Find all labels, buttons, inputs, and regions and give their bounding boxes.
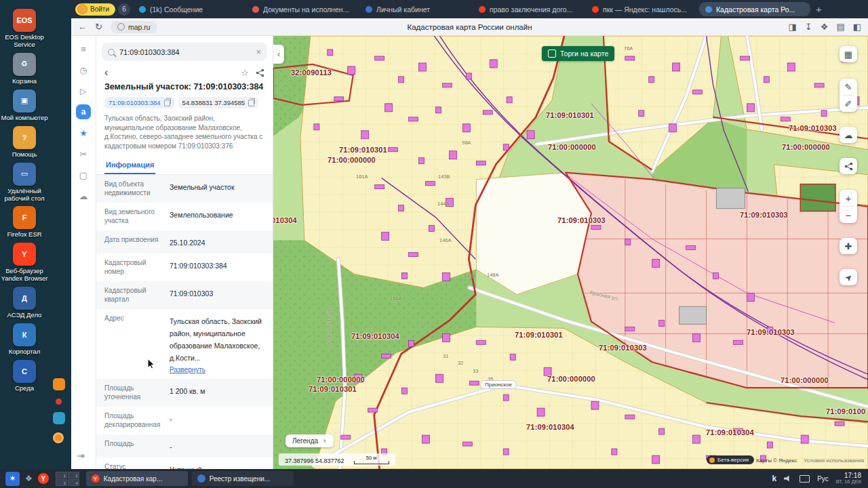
desktop-icon[interactable]: Y Веб-браузер Yandex Browser [0, 243, 49, 283]
pan-button[interactable]: ✚ [840, 238, 857, 254]
camera-app-icon[interactable] [53, 412, 65, 424]
copy-icon[interactable] [248, 100, 254, 106]
desktop-icon-label: Помощь [12, 151, 37, 159]
desktop-icon[interactable]: Д АСЭД Дело [0, 287, 49, 319]
desktop-icon[interactable]: EOS EOS Desktop Service [0, 9, 49, 49]
measure-icon[interactable]: ✎ [840, 79, 857, 95]
zoom-in-button[interactable]: + [840, 190, 857, 206]
profile-login-button[interactable]: Войти [75, 3, 115, 16]
upload-button[interactable]: ☁ [840, 127, 857, 143]
bookmarks-icon[interactable]: ★ [76, 125, 91, 140]
map-share-button[interactable] [840, 158, 857, 174]
pager-cell[interactable]: 3 [56, 479, 67, 486]
browser-tab[interactable]: Личный кабинет [359, 2, 471, 16]
desktop-icon[interactable]: ♻ Корзина [0, 53, 49, 85]
desktop-icon[interactable]: С Среда [0, 360, 49, 392]
yandex-browser-icon[interactable]: Y [38, 473, 49, 484]
task-buttons: Y Кадастровая кар... Реестр извещени... [86, 471, 294, 486]
panel-collapse-button[interactable]: ‹ [273, 45, 284, 64]
tab-favicon [252, 6, 259, 13]
house-number-label: 31 [443, 353, 448, 359]
share-icon[interactable] [256, 68, 264, 77]
search-icon [108, 49, 115, 56]
alice-icon[interactable]: а [76, 104, 91, 119]
coordinates-chip[interactable]: 54.838831 37.394585 [178, 97, 258, 108]
expand-link[interactable]: Развернуть [170, 366, 264, 373]
pager-cell[interactable]: 1 [56, 472, 67, 479]
downloads-icon[interactable]: ↧ [805, 22, 812, 31]
display-icon[interactable] [800, 475, 810, 483]
row-value: 1 200 кв. м [170, 384, 205, 396]
address-bar[interactable]: map.ru [111, 21, 157, 33]
row-label: Кадастровый номер [104, 259, 163, 276]
page-title: Кадастровая карта России онлайн [71, 23, 868, 31]
table-row: Кадастровый квартал 71:09:010303 [96, 281, 273, 309]
browser-tab[interactable]: Кадастровая карта Ро... [699, 2, 810, 16]
clear-search-icon[interactable]: × [256, 47, 261, 57]
rail-exit-icon[interactable]: ⇥ [77, 450, 85, 461]
quarter-label: 71:09:0100 [826, 407, 865, 415]
desktop-icon[interactable]: ▭ Удалённый рабочий стол [0, 163, 49, 203]
cloud-icon[interactable]: ☁ [76, 188, 91, 203]
row-label: Адрес [104, 314, 163, 323]
desktop-icon-label: Среда [15, 385, 34, 392]
site-globe-icon [117, 23, 125, 30]
circle-app-icon[interactable] [53, 432, 64, 443]
reload-icon[interactable]: ↻ [95, 22, 102, 31]
extensions-icon[interactable]: ❖ [821, 22, 829, 31]
checkbox-icon[interactable] [548, 49, 556, 58]
floating-app-icon[interactable] [53, 378, 65, 390]
sidebar-icon[interactable]: ◧ [853, 22, 861, 31]
video-icon[interactable]: ▷ [76, 83, 91, 98]
search-input[interactable]: 71:09:010303:384 × [102, 43, 267, 61]
collections-icon[interactable]: ▤ [836, 22, 844, 31]
desktop-icon-image: F [13, 206, 36, 229]
panel-header: ‹ ☆ [96, 64, 273, 80]
share-icon [844, 162, 853, 171]
terms-link[interactable]: Условия использования [804, 458, 864, 464]
history-icon[interactable]: ◷ [76, 62, 91, 77]
tab-counter[interactable]: 6 [118, 3, 130, 16]
info-table: Вид объекта недвижимости Земельный участ… [96, 175, 273, 469]
clock[interactable]: 17:18 ВТ, 16 ДЕК [836, 472, 863, 485]
desktop-icon[interactable]: F Firefox ESR [0, 206, 49, 239]
volume-icon[interactable] [784, 475, 792, 482]
task-button[interactable]: Реестр извещени... [192, 471, 294, 486]
locate-button[interactable]: ➤ [840, 269, 857, 285]
keyboard-layout[interactable]: Рус [817, 475, 829, 483]
tab-information[interactable]: Информация [104, 157, 155, 174]
edit-icon[interactable]: ✐ [840, 96, 857, 112]
layers-button[interactable]: ▦ [840, 46, 857, 62]
zoom-out-button[interactable]: − [840, 207, 857, 223]
kaspersky-icon[interactable]: k [772, 474, 776, 483]
back-icon[interactable]: ← [78, 22, 87, 31]
menu-icon[interactable]: ≡ [76, 41, 91, 56]
cadastral-map[interactable]: 32:009011371:09:01030171:00:00000071:09:… [273, 36, 868, 469]
favorite-star-icon[interactable]: ☆ [241, 68, 249, 78]
pager-cell[interactable]: 4 [68, 479, 79, 486]
task-button[interactable]: Y Кадастровая кар... [86, 471, 188, 486]
auctions-toggle-button[interactable]: Торги на карте [542, 46, 614, 61]
clipper-icon[interactable]: ✂ [76, 146, 91, 161]
desktop-icon[interactable]: ▣ Мой компьютер [0, 89, 49, 122]
split-view-icon[interactable]: ◨ [789, 22, 797, 31]
copy-icon[interactable] [164, 100, 170, 106]
desktop-icon[interactable]: ? Помощь [0, 126, 49, 159]
panel-back-button[interactable]: ‹ [104, 67, 108, 78]
table-row: Площадь уточненная 1 200 кв. м [96, 379, 273, 407]
desktop-icon[interactable]: К Корпортал [0, 323, 49, 356]
browser-tab[interactable]: Документы на исполнен... [246, 2, 357, 16]
legend-button[interactable]: Легенда ∧ [285, 434, 334, 447]
start-button[interactable]: ✶ [5, 472, 20, 486]
browser-tab[interactable]: (1k) Сообщение [133, 2, 244, 16]
quarter-label: 71:09:010301 [309, 385, 357, 393]
browser-tab[interactable]: пкк — Яндекс: нашлось... [586, 2, 697, 16]
screenshot-icon[interactable]: ▢ [76, 167, 91, 182]
cadastral-number-chip[interactable]: 71:09:010303:384 [104, 97, 174, 108]
pager-cell[interactable]: 2 [68, 472, 79, 479]
new-tab-button[interactable]: + [813, 3, 825, 15]
browser-tab[interactable]: право заключения дого... [473, 2, 584, 16]
zoom-control: + − [840, 190, 857, 223]
launcher-icon[interactable]: ❖ [25, 474, 33, 483]
desktop-icon-label: Корпортал [9, 348, 41, 356]
